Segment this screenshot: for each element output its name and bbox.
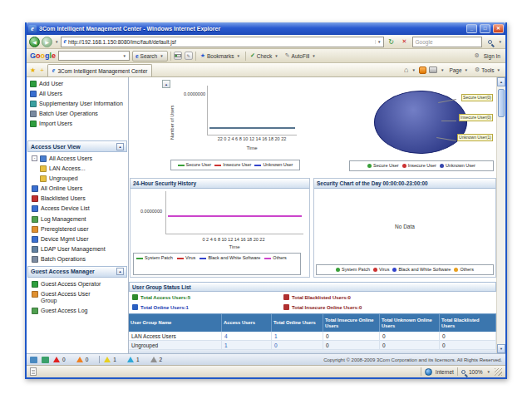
virus-line-swatch xyxy=(177,258,184,259)
address-bar[interactable]: e http://192.168.1.150:8080/imc/fault/de… xyxy=(61,37,383,47)
check-button[interactable]: ✓ Check ▼ xyxy=(249,51,281,62)
scrollbar-down-arrow[interactable]: ▼ xyxy=(497,344,505,353)
sidebar-item-device-mgmt-user[interactable]: Device Mgmt User xyxy=(27,234,128,244)
sidebar-item-blacklisted-users[interactable]: Blacklisted Users xyxy=(27,194,128,204)
zoom-icon[interactable] xyxy=(461,370,466,374)
sidebar-item-guest-access-log[interactable]: Guest Access Log xyxy=(27,306,128,316)
minimize-button[interactable]: _ xyxy=(466,24,477,33)
trend-x-axis-label: Time xyxy=(207,145,297,150)
google-search-input[interactable]: ▼ xyxy=(58,51,130,61)
sidebar-item-import-users[interactable]: Import Users xyxy=(27,119,128,129)
user-info-icon xyxy=(30,101,37,107)
security-history-title: 24-Hour Security History xyxy=(131,179,309,189)
collapse-panel-icon[interactable]: ▲ xyxy=(116,143,124,150)
search-input[interactable]: Google xyxy=(412,37,482,47)
sidebar-item-ungrouped[interactable]: Ungrouped xyxy=(27,174,128,184)
search-icon[interactable] xyxy=(484,37,496,47)
zoom-level[interactable]: 100% xyxy=(469,369,483,375)
maximize-button[interactable]: □ xyxy=(480,24,490,33)
browser-window: e 3Com Intelligent Management Center - W… xyxy=(25,22,507,379)
others-line-swatch xyxy=(264,258,271,259)
batch-ops-icon xyxy=(32,256,38,263)
column-header[interactable]: User Group Name xyxy=(129,313,222,332)
column-header[interactable]: Total Insecure Online Users xyxy=(323,313,380,332)
page-scrollbar[interactable]: ▲ ▼ xyxy=(496,77,505,353)
sidebar-item-batch-operations[interactable]: Batch Operations xyxy=(27,254,128,264)
tree-collapse-icon[interactable]: - xyxy=(32,155,37,161)
close-button[interactable]: ✕ xyxy=(493,24,504,33)
sidebar-item-all-users[interactable]: All Users xyxy=(27,89,128,99)
print-icon[interactable] xyxy=(429,66,437,73)
sidebar-item-lan-access[interactable]: LAN Access... xyxy=(27,164,128,174)
alarm-major[interactable]: 0 xyxy=(76,357,89,362)
google-search-dropdown-icon[interactable]: ▼ xyxy=(122,54,127,58)
column-header[interactable]: Total Blacklisted Users xyxy=(440,313,496,332)
rss-feed-icon[interactable] xyxy=(419,66,426,74)
page-content: Add User All Users Supplementary User In… xyxy=(27,77,505,353)
sidebar-item-all-online-users[interactable]: All Online Users xyxy=(27,184,128,194)
resize-grip[interactable] xyxy=(495,368,502,376)
cell-online-users-link[interactable]: 1 xyxy=(272,332,323,341)
scrollbar-up-arrow[interactable]: ▲ xyxy=(497,77,505,86)
column-header[interactable]: Total Unknown Online Users xyxy=(380,313,440,332)
info-alarm-icon xyxy=(150,357,157,362)
forward-button[interactable]: ▶ xyxy=(42,37,52,47)
terminal-icon[interactable] xyxy=(42,357,49,363)
scroll-up-icon[interactable]: ▲ xyxy=(162,80,170,88)
cell-access-users-link[interactable]: 1 xyxy=(222,341,272,350)
page-menu-button[interactable]: Page ▼ xyxy=(447,65,470,76)
autofill-button[interactable]: ✎ AutoFill ▼ xyxy=(283,51,318,62)
toolbar-settings-wrench-icon[interactable]: ⚙ xyxy=(474,52,479,59)
autolink-icon[interactable]: ✎ xyxy=(185,52,193,60)
address-url[interactable]: http://192.168.1.150:8080/imc/fault/defa… xyxy=(68,39,176,45)
collapse-panel-icon[interactable]: ▲ xyxy=(116,268,124,275)
cell-access-users-link[interactable]: 4 xyxy=(222,332,272,341)
tab-3com-imc[interactable]: e 3Com Intelligent Management Center xyxy=(47,64,153,76)
google-search-button[interactable]: e Search ▼ xyxy=(132,51,168,62)
panel-header-access-user-view[interactable]: Access User View ▲ xyxy=(27,140,127,152)
home-dropdown-icon[interactable]: ▼ xyxy=(411,68,416,72)
panel-header-guest-access-manager[interactable]: Guest Access Manager ▲ xyxy=(27,266,127,278)
recent-pages-dropdown-icon[interactable]: ▼ xyxy=(54,40,59,44)
sidebar-item-ldap-user-management[interactable]: LDAP User Management xyxy=(27,244,128,254)
window-title: 3Com Intelligent Management Center - Win… xyxy=(39,26,464,32)
sidebar-item-supplementary-user-info[interactable]: Supplementary User Information xyxy=(27,99,128,109)
sidebar-item-preregistered-user[interactable]: Preregistered user xyxy=(27,224,128,234)
sidebar-item-log-management[interactable]: Log Management xyxy=(27,214,128,224)
network-device-icon[interactable] xyxy=(30,357,37,363)
home-icon[interactable]: ⌂ xyxy=(404,66,408,74)
bookmarks-button[interactable]: ★ Bookmarks ▼ xyxy=(199,51,243,62)
device-user-icon xyxy=(32,236,38,243)
alarm-critical[interactable]: 0 xyxy=(53,357,66,362)
sidebar-item-add-user[interactable]: Add User xyxy=(27,79,128,89)
refresh-button[interactable]: ↻ xyxy=(386,37,397,47)
security-day-legend: System Patch Virus Black and White Softw… xyxy=(316,264,494,275)
tab-title: 3Com Intelligent Management Center xyxy=(57,68,147,74)
sign-in-button[interactable]: Sign In xyxy=(482,51,502,62)
alarm-info[interactable]: 2 xyxy=(150,357,163,362)
sidebar-item-all-access-users[interactable]: - All Access Users xyxy=(27,154,128,164)
print-dropdown-icon[interactable]: ▼ xyxy=(440,68,445,72)
sidebar-item-access-device-list[interactable]: Access Device List xyxy=(27,204,128,214)
column-header[interactable]: Access Users xyxy=(222,313,272,332)
sidebar-item-guest-access-operator[interactable]: Guest Access Operator xyxy=(27,279,128,289)
zoom-dropdown-icon[interactable]: ▼ xyxy=(486,370,491,374)
alarm-minor[interactable]: 1 xyxy=(104,357,116,362)
favorites-center-button[interactable]: ★ xyxy=(29,64,37,76)
add-favorite-button[interactable]: + xyxy=(39,64,45,76)
cell-online-users-link[interactable]: 0 xyxy=(272,341,323,350)
address-dropdown-icon[interactable]: ▼ xyxy=(375,40,381,44)
sidebar-item-guest-access-user-group[interactable]: Guest Access User Group xyxy=(27,289,128,306)
title-bar[interactable]: e 3Com Intelligent Management Center - W… xyxy=(27,22,505,35)
scrollbar-thumb[interactable] xyxy=(498,89,505,117)
sidebar-item-batch-user-operations[interactable]: Batch User Operations xyxy=(27,109,128,119)
google-logo: G o o g l e xyxy=(30,52,56,60)
column-header[interactable]: Total Online Users xyxy=(272,313,323,332)
tools-menu-button[interactable]: ⚙ Tools ▼ xyxy=(473,65,503,76)
back-button[interactable]: ◀ xyxy=(29,37,40,47)
pagerank-icon[interactable] xyxy=(174,52,182,60)
alarm-warning[interactable]: 1 xyxy=(127,357,140,362)
search-provider-dropdown-icon[interactable]: ▼ xyxy=(498,40,503,44)
toolbar-separator xyxy=(245,52,246,61)
stop-button[interactable]: ✕ xyxy=(399,37,411,47)
